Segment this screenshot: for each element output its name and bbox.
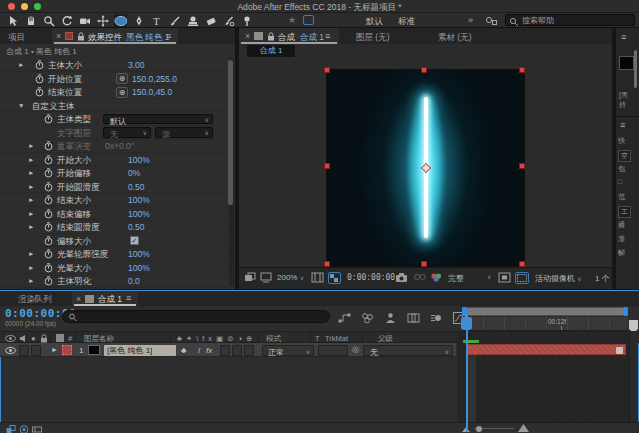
dock-panel-label[interactable]: 空 <box>618 150 631 162</box>
viewer-timecode[interactable]: 0:00:00:00 <box>347 273 395 282</box>
expand-arrow-icon[interactable]: ► <box>28 142 34 149</box>
property-value[interactable]: 100% <box>128 209 150 219</box>
property-value[interactable]: 150.0,45.0 <box>132 87 172 97</box>
frame-blending-icon[interactable] <box>407 312 420 324</box>
motion-blur-icon[interactable] <box>430 312 443 324</box>
dock-panel-label[interactable]: 渐 <box>618 234 625 244</box>
audio-speaker-icon[interactable] <box>19 334 28 343</box>
mini-flowchart-icon[interactable] <box>338 312 351 324</box>
position-crosshair-icon[interactable]: ⊕ <box>116 87 128 98</box>
trkmat-cell[interactable] <box>318 345 348 356</box>
stopwatch-icon[interactable] <box>44 249 53 259</box>
show-snapshot-icon[interactable] <box>413 272 426 282</box>
shy-layers-icon[interactable] <box>384 312 397 324</box>
expand-arrow-icon[interactable]: ► <box>28 250 34 257</box>
layer-name-column-header[interactable]: 图层名称 <box>84 334 114 344</box>
property-value[interactable]: 150.0,255.0 <box>132 74 177 84</box>
dock-panel-label[interactable]: □ <box>618 178 622 185</box>
display-icon[interactable] <box>260 272 272 283</box>
clone-stamp-tool[interactable] <box>186 14 199 27</box>
close-tab-icon[interactable]: × <box>245 31 250 41</box>
safe-areas-icon[interactable] <box>311 272 324 284</box>
timeline-scrollbar[interactable] <box>629 331 638 422</box>
dock-panel-label[interactable]: 工 <box>618 206 631 218</box>
draft-3d-icon[interactable] <box>361 312 374 324</box>
parent-column-header[interactable]: 父级 <box>378 334 393 344</box>
dock-scrollbar[interactable] <box>634 50 637 88</box>
stopwatch-icon[interactable] <box>44 141 53 151</box>
workspace-settings-icon[interactable] <box>485 15 497 26</box>
video-eye-icon[interactable] <box>5 334 16 343</box>
dock-panel-label[interactable]: 播 <box>618 220 625 230</box>
stopwatch-icon[interactable] <box>44 236 53 246</box>
index-column-header[interactable]: # <box>68 334 72 343</box>
mode-column-header[interactable]: 模式 <box>266 334 281 344</box>
property-value[interactable]: 0% <box>128 168 140 178</box>
expand-transfer-controls-icon[interactable] <box>19 425 29 433</box>
effect-controls-scrollbar[interactable] <box>229 58 234 286</box>
snapshot-camera-icon[interactable] <box>395 272 408 283</box>
layer-row[interactable]: ► 1 [黑色 纯色 1] ♣ / fx 正常 ∨ ◎ 无 ∨ <box>0 343 456 357</box>
switch-cell[interactable] <box>220 345 230 356</box>
stopwatch-icon[interactable] <box>44 263 53 273</box>
pan-behind-tool[interactable] <box>96 14 109 27</box>
property-value[interactable]: 0x+0.0° <box>105 141 134 151</box>
stopwatch-icon[interactable] <box>35 74 44 84</box>
type-tool[interactable]: T <box>150 14 163 27</box>
dock-panel-label[interactable]: 范 <box>618 192 625 202</box>
property-value[interactable]: 100% <box>128 155 150 165</box>
expand-arrow-icon[interactable]: ► <box>28 156 34 163</box>
selection-handle[interactable] <box>324 163 330 169</box>
expand-arrow-icon[interactable]: ► <box>18 61 24 68</box>
stopwatch-icon[interactable] <box>44 195 53 205</box>
selection-handle[interactable] <box>519 163 525 169</box>
pixel-aspect-icon[interactable] <box>515 272 529 284</box>
dock-panel-label[interactable]: 包 <box>618 164 625 174</box>
layer-name[interactable]: [黑色 纯色 1] <box>104 345 176 356</box>
panel-menu-icon[interactable]: ≡ <box>166 31 171 41</box>
workspace-default[interactable]: 默认 <box>366 16 383 28</box>
zoom-in-mountain-icon[interactable] <box>518 424 529 432</box>
panel-menu-icon[interactable]: ≡ <box>325 31 330 41</box>
workspace-overflow-icon[interactable]: » <box>468 15 473 25</box>
help-search-input[interactable] <box>522 15 632 25</box>
stopwatch-icon[interactable] <box>35 60 44 70</box>
expand-arrow-icon[interactable]: ► <box>28 210 34 217</box>
stopwatch-icon[interactable] <box>44 182 53 192</box>
resolution-dropdown[interactable]: 完整 <box>448 273 464 284</box>
expand-arrow-icon[interactable]: ► <box>28 183 34 190</box>
dock-panel-label[interactable]: 帧 <box>618 248 625 258</box>
region-of-interest-icon[interactable] <box>498 272 511 283</box>
stopwatch-icon[interactable] <box>44 168 53 178</box>
camera-tool[interactable] <box>78 14 91 27</box>
zoom-level-dropdown[interactable]: 200% ∨ <box>277 273 304 282</box>
panel-menu-icon[interactable]: ≡ <box>621 32 626 42</box>
mode-dropdown[interactable]: 正常 ∨ <box>262 345 314 356</box>
solo-toggle-cell[interactable] <box>31 345 41 356</box>
tab-effect-controls[interactable]: × 效果控件 黑色 纯色 1 ≡ <box>52 28 178 44</box>
layer-anchor-icon[interactable] <box>421 163 431 173</box>
timeline-search-box[interactable] <box>62 310 330 323</box>
selection-tool[interactable] <box>6 14 19 27</box>
switches-column-header[interactable]: ♣✦\fx▣⊘◑⊕ <box>177 334 256 343</box>
sync-icon[interactable] <box>303 15 314 25</box>
close-tab-icon[interactable]: × <box>76 294 81 304</box>
tab-composition[interactable]: × 合成 合成 1 ≡ <box>239 28 339 44</box>
switch-cell[interactable] <box>232 345 242 356</box>
panel-menu-icon[interactable]: ≡ <box>126 293 131 303</box>
stopwatch-icon[interactable] <box>44 155 53 165</box>
property-value[interactable]: 100% <box>128 263 150 273</box>
stopwatch-icon[interactable] <box>44 114 53 124</box>
view-count-label[interactable]: 1 个 <box>595 273 610 284</box>
layer-label-chip[interactable] <box>62 345 72 355</box>
property-checkbox[interactable]: ✓ <box>130 236 139 245</box>
stopwatch-icon[interactable] <box>44 276 53 286</box>
expand-arrow-icon[interactable]: ► <box>28 223 34 230</box>
stopwatch-icon[interactable] <box>44 209 53 219</box>
property-value[interactable]: 0.50 <box>128 222 145 232</box>
layer-quality-switch[interactable]: / <box>198 346 200 355</box>
tab-render-queue[interactable]: 渲染队列 <box>18 294 52 306</box>
parent-dropdown[interactable]: 无 ∨ <box>363 345 453 356</box>
tab-project[interactable]: 项目 <box>8 32 25 44</box>
lock-icon[interactable] <box>40 334 48 343</box>
